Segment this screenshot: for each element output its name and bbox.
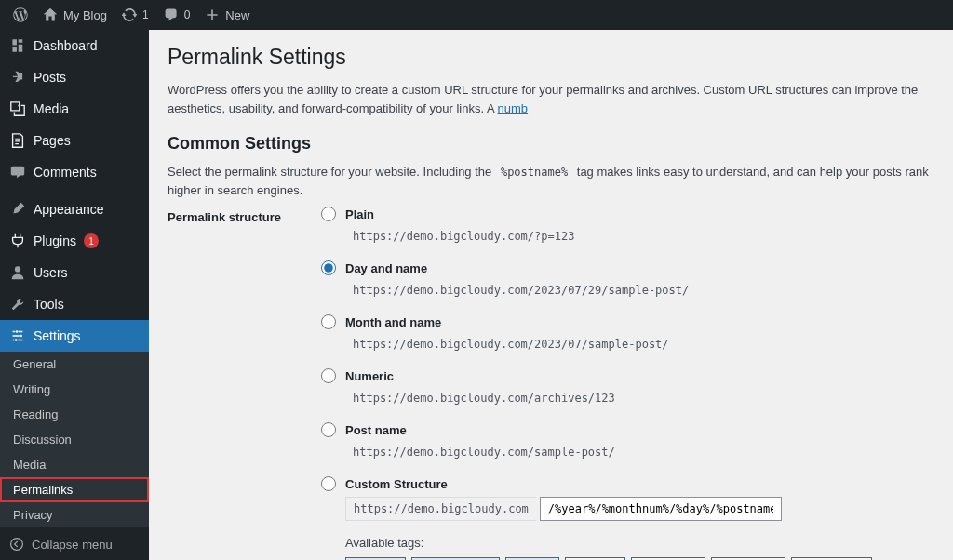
permalink-option-label[interactable]: Plain — [345, 207, 374, 221]
permalink-option: Custom Structurehttps://demo.bigcloudy.c… — [321, 476, 934, 521]
permalink-radio[interactable] — [321, 422, 336, 437]
permalink-example: https://demo.bigcloudy.com/sample-post/ — [345, 443, 623, 461]
menu-label: Dashboard — [34, 38, 98, 53]
svg-point-1 — [15, 266, 20, 272]
custom-url-prefix: https://demo.bigcloudy.com — [345, 497, 536, 521]
plug-icon — [9, 233, 26, 249]
permalink-radio[interactable] — [321, 314, 336, 329]
sidebar-item-appearance[interactable]: Appearance — [0, 193, 149, 225]
permalink-example: https://demo.bigcloudy.com/?p=123 — [345, 227, 582, 246]
postname-code: %postname% — [495, 164, 573, 180]
intro-text: WordPress offers you the ability to crea… — [168, 81, 934, 117]
permalink-example: https://demo.bigcloudy.com/2023/07/sampl… — [345, 335, 677, 353]
brush-icon — [9, 201, 26, 218]
comment-count: 0 — [184, 8, 191, 21]
comment-icon — [9, 164, 26, 180]
pages-icon — [9, 132, 26, 149]
menu-label: Plugins — [34, 233, 76, 248]
menu-label: Tools — [34, 297, 64, 312]
permalink-option: Post namehttps://demo.bigcloudy.com/samp… — [321, 422, 934, 461]
svg-point-5 — [11, 539, 23, 551]
permalink-radio[interactable] — [321, 207, 336, 221]
admin-bar: My Blog 1 0 New — [0, 0, 953, 30]
submenu-item-reading[interactable]: Reading — [0, 402, 149, 427]
sidebar-item-comments[interactable]: Comments — [0, 156, 149, 188]
pin-icon — [9, 69, 26, 86]
permalink-option-label[interactable]: Numeric — [345, 369, 394, 383]
permalink-option-label[interactable]: Post name — [345, 423, 407, 437]
wp-logo[interactable] — [6, 0, 35, 30]
permalink-example: https://demo.bigcloudy.com/archives/123 — [345, 389, 623, 407]
menu-label: Settings — [34, 328, 81, 343]
intro-link[interactable]: numb — [498, 101, 529, 115]
sidebar-item-users[interactable]: Users — [0, 257, 149, 288]
sliders-icon — [9, 327, 26, 344]
sidebar-item-tools[interactable]: Tools — [0, 288, 149, 320]
menu-label: Users — [34, 265, 68, 280]
custom-structure-input[interactable] — [540, 497, 782, 521]
update-count: 1 — [142, 8, 149, 21]
sidebar-item-dashboard[interactable]: Dashboard — [0, 30, 149, 61]
update-badge: 1 — [84, 233, 99, 248]
permalink-structure-label: Permalink structure — [168, 207, 321, 560]
user-icon — [9, 264, 26, 281]
permalink-option-label[interactable]: Custom Structure — [345, 477, 448, 491]
site-name: My Blog — [63, 8, 107, 22]
updates-link[interactable]: 1 — [114, 0, 156, 30]
sidebar-item-settings[interactable]: Settings — [0, 320, 149, 352]
svg-point-4 — [15, 339, 18, 341]
permalink-option: Numerichttps://demo.bigcloudy.com/archiv… — [321, 368, 934, 407]
menu-label: Pages — [34, 133, 71, 148]
collapse-icon — [9, 537, 24, 552]
submenu-item-general[interactable]: General — [0, 352, 149, 377]
submenu-item-writing[interactable]: Writing — [0, 377, 149, 402]
available-tags-label: Available tags: — [345, 536, 934, 550]
new-content-link[interactable]: New — [197, 0, 257, 30]
permalink-option-label[interactable]: Month and name — [345, 315, 441, 329]
sidebar-item-media[interactable]: Media — [0, 93, 149, 125]
update-icon — [122, 7, 137, 22]
settings-submenu: GeneralWritingReadingDiscussionMediaPerm… — [0, 352, 149, 527]
permalink-option: Plainhttps://demo.bigcloudy.com/?p=123 — [321, 207, 934, 246]
media-icon — [9, 100, 26, 117]
permalink-radio[interactable] — [321, 368, 336, 383]
svg-point-2 — [16, 330, 19, 333]
menu-label: Appearance — [34, 202, 104, 217]
permalink-radio[interactable] — [321, 260, 336, 275]
menu-label: Media — [34, 101, 69, 116]
admin-sidebar: DashboardPostsMediaPagesCommentsAppearan… — [0, 30, 149, 560]
sidebar-item-pages[interactable]: Pages — [0, 125, 149, 156]
new-label: New — [225, 8, 249, 22]
submenu-item-privacy[interactable]: Privacy — [0, 502, 149, 527]
submenu-item-discussion[interactable]: Discussion — [0, 427, 149, 452]
comments-link[interactable]: 0 — [156, 0, 198, 30]
svg-point-0 — [18, 105, 20, 107]
wordpress-icon — [13, 7, 28, 22]
content-area: Permalink Settings WordPress offers you … — [149, 30, 953, 560]
comment-icon — [164, 7, 179, 22]
plus-icon — [205, 7, 220, 22]
collapse-menu-button[interactable]: Collapse menu — [0, 527, 149, 560]
permalink-option-label[interactable]: Day and name — [345, 261, 427, 275]
site-name-link[interactable]: My Blog — [35, 0, 114, 30]
sidebar-item-plugins[interactable]: Plugins1 — [0, 225, 149, 257]
menu-label: Comments — [34, 165, 97, 180]
dashboard-icon — [9, 37, 26, 54]
common-description: Select the permalink structure for your … — [168, 163, 934, 199]
collapse-label: Collapse menu — [32, 538, 113, 552]
page-title: Permalink Settings — [168, 45, 934, 70]
home-icon — [43, 7, 58, 22]
submenu-item-permalinks[interactable]: Permalinks — [0, 477, 149, 502]
submenu-item-media[interactable]: Media — [0, 452, 149, 477]
sidebar-item-posts[interactable]: Posts — [0, 61, 149, 93]
wrench-icon — [9, 296, 26, 313]
permalink-option: Month and namehttps://demo.bigcloudy.com… — [321, 314, 934, 353]
svg-point-3 — [20, 335, 22, 338]
permalink-option: Day and namehttps://demo.bigcloudy.com/2… — [321, 260, 934, 300]
permalink-example: https://demo.bigcloudy.com/2023/07/29/sa… — [345, 281, 696, 300]
permalink-radio[interactable] — [321, 476, 336, 491]
common-settings-heading: Common Settings — [168, 134, 934, 153]
menu-label: Posts — [34, 70, 66, 85]
